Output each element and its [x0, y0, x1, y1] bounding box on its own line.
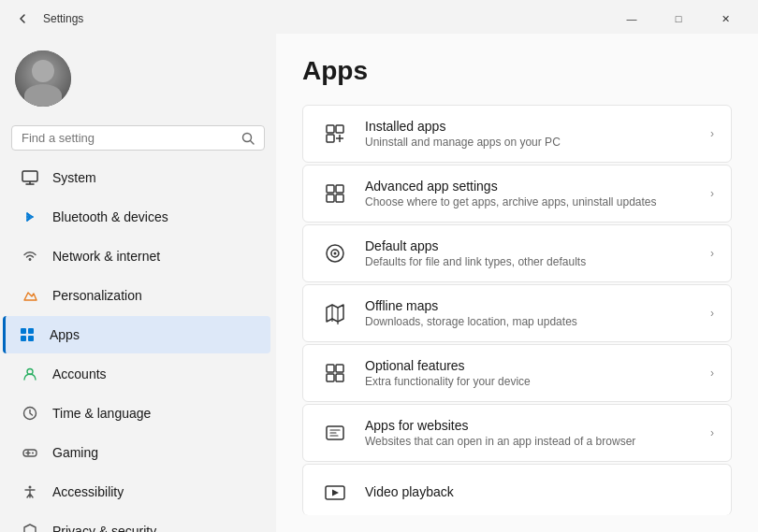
- svg-rect-21: [327, 185, 334, 193]
- user-avatar-section: [0, 41, 276, 122]
- svg-rect-6: [28, 328, 34, 334]
- svg-rect-2: [22, 171, 37, 181]
- installed-apps-icon: [320, 119, 350, 149]
- sidebar-item-accounts[interactable]: Accounts: [6, 355, 270, 393]
- sidebar-item-personalization[interactable]: Personalization: [6, 277, 270, 314]
- sidebar-item-system[interactable]: System: [6, 159, 270, 196]
- advanced-app-settings-icon: [320, 179, 350, 208]
- close-button[interactable]: ✕: [704, 6, 747, 32]
- offline-maps-title: Offline maps: [365, 298, 695, 313]
- settings-item-offline-maps[interactable]: Offline maps Downloads, storage location…: [302, 284, 732, 342]
- svg-rect-23: [327, 194, 334, 202]
- sidebar-item-time-label: Time & language: [52, 406, 151, 421]
- search-icon: [241, 132, 255, 145]
- avatar: [15, 50, 71, 107]
- video-playback-title: Video playback: [365, 484, 714, 499]
- apps-for-websites-title: Apps for websites: [365, 418, 695, 433]
- svg-point-27: [334, 252, 337, 255]
- avatar-head: [32, 60, 54, 82]
- svg-point-14: [32, 453, 34, 454]
- sidebar-item-bluetooth-label: Bluetooth & devices: [52, 209, 168, 224]
- default-apps-icon: [320, 238, 350, 268]
- sidebar-item-accessibility[interactable]: Accessibility: [6, 473, 270, 510]
- settings-item-apps-for-websites[interactable]: Apps for websites Websites that can open…: [302, 404, 732, 462]
- apps-for-websites-icon: [320, 418, 350, 448]
- optional-features-text: Optional features Extra functionality fo…: [365, 358, 695, 388]
- accessibility-icon: [21, 482, 39, 501]
- video-playback-text: Video playback: [365, 484, 714, 501]
- personalization-icon: [21, 286, 39, 305]
- advanced-app-settings-title: Advanced app settings: [365, 179, 695, 194]
- accounts-icon: [21, 365, 39, 383]
- advanced-app-settings-text: Advanced app settings Choose where to ge…: [365, 179, 695, 208]
- sidebar-item-gaming-label: Gaming: [52, 445, 98, 460]
- settings-item-optional-features[interactable]: Optional features Extra functionality fo…: [302, 344, 732, 402]
- svg-rect-7: [21, 336, 26, 341]
- time-icon: [21, 404, 39, 423]
- video-playback-icon: [320, 478, 350, 508]
- sidebar-item-privacy[interactable]: Privacy & security: [6, 512, 270, 532]
- default-apps-desc: Defaults for file and link types, other …: [365, 255, 695, 268]
- app-title: Settings: [43, 12, 83, 25]
- svg-rect-33: [336, 374, 343, 381]
- default-apps-text: Default apps Defaults for file and link …: [365, 238, 695, 268]
- sidebar-item-privacy-label: Privacy & security: [52, 524, 156, 532]
- settings-item-installed-apps[interactable]: Installed apps Uninstall and manage apps…: [302, 105, 732, 163]
- svg-rect-32: [327, 374, 334, 381]
- svg-rect-8: [28, 336, 34, 341]
- bluetooth-icon: [21, 208, 39, 226]
- sidebar-item-time[interactable]: Time & language: [6, 395, 270, 432]
- settings-item-advanced-app-settings[interactable]: Advanced app settings Choose where to ge…: [302, 165, 732, 223]
- optional-features-desc: Extra functionality for your device: [365, 375, 695, 388]
- back-button[interactable]: [11, 7, 34, 30]
- sidebar-item-personalization-label: Personalization: [52, 288, 142, 303]
- content-area: Apps Installed apps Uninstall and manage…: [276, 34, 758, 532]
- svg-rect-17: [336, 125, 343, 133]
- apps-for-websites-chevron: ›: [710, 426, 714, 439]
- avatar-body: [24, 84, 62, 107]
- installed-apps-desc: Uninstall and manage apps on your PC: [365, 136, 695, 149]
- system-icon: [21, 168, 39, 187]
- apps-for-websites-text: Apps for websites Websites that can open…: [365, 418, 695, 448]
- offline-maps-icon: [320, 298, 350, 328]
- installed-apps-chevron: ›: [710, 127, 714, 140]
- svg-marker-36: [332, 490, 339, 496]
- sidebar-item-apps[interactable]: Apps: [3, 316, 270, 353]
- sidebar-item-network-label: Network & internet: [52, 249, 160, 264]
- installed-apps-title: Installed apps: [365, 119, 695, 134]
- offline-maps-chevron: ›: [710, 307, 714, 320]
- sidebar-item-gaming[interactable]: Gaming: [6, 434, 270, 471]
- settings-item-default-apps[interactable]: Default apps Defaults for file and link …: [302, 224, 732, 282]
- advanced-app-settings-desc: Choose where to get apps, archive apps, …: [365, 195, 695, 208]
- minimize-button[interactable]: —: [610, 6, 653, 32]
- default-apps-chevron: ›: [710, 247, 714, 260]
- optional-features-icon: [320, 358, 350, 388]
- title-bar: Settings — □ ✕: [0, 0, 758, 34]
- sidebar-item-system-label: System: [52, 170, 96, 185]
- svg-rect-22: [336, 185, 343, 193]
- default-apps-title: Default apps: [365, 238, 695, 253]
- svg-rect-16: [327, 125, 334, 133]
- sidebar-item-network[interactable]: Network & internet: [6, 237, 270, 275]
- svg-point-15: [29, 486, 32, 489]
- sidebar: System Bluetooth & devices Network & int…: [0, 34, 276, 532]
- privacy-icon: [21, 522, 39, 532]
- search-box[interactable]: [11, 125, 265, 151]
- apps-for-websites-desc: Websites that can open in an app instead…: [365, 435, 695, 448]
- optional-features-chevron: ›: [710, 367, 714, 380]
- svg-rect-18: [327, 135, 334, 142]
- network-icon: [21, 247, 39, 266]
- settings-item-video-playback[interactable]: Video playback: [302, 464, 732, 515]
- maximize-button[interactable]: □: [657, 6, 700, 32]
- title-bar-left: Settings: [11, 7, 83, 30]
- installed-apps-text: Installed apps Uninstall and manage apps…: [365, 119, 695, 149]
- search-section: [0, 122, 276, 158]
- svg-rect-5: [21, 328, 26, 334]
- sidebar-item-apps-label: Apps: [50, 327, 80, 342]
- search-input[interactable]: [22, 131, 236, 145]
- sidebar-item-bluetooth[interactable]: Bluetooth & devices: [6, 198, 270, 236]
- svg-rect-30: [327, 365, 334, 372]
- svg-line-1: [251, 140, 255, 144]
- sidebar-item-accounts-label: Accounts: [52, 367, 107, 381]
- offline-maps-text: Offline maps Downloads, storage location…: [365, 298, 695, 328]
